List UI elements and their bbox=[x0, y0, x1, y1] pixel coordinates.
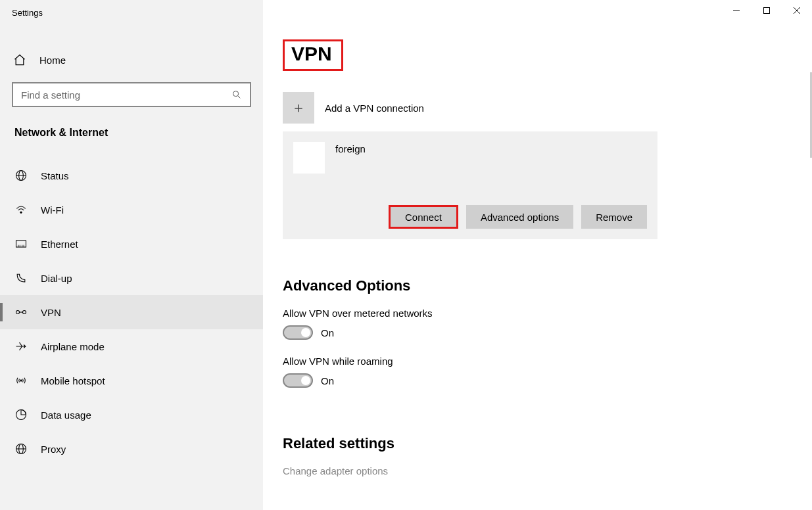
svg-point-18 bbox=[20, 380, 22, 382]
roaming-toggle[interactable] bbox=[283, 373, 313, 388]
svg-rect-10 bbox=[16, 241, 26, 247]
related-settings-header: Related settings bbox=[283, 435, 805, 452]
sidebar-item-label: Dial-up bbox=[41, 273, 72, 284]
ethernet-icon bbox=[14, 237, 28, 250]
svg-point-4 bbox=[233, 91, 239, 97]
globe-icon bbox=[14, 169, 28, 182]
airplane-icon bbox=[14, 340, 28, 353]
hotspot-icon bbox=[14, 374, 28, 387]
sidebar-section-header: Network & Internet bbox=[0, 115, 263, 145]
sidebar-item-ethernet[interactable]: Ethernet bbox=[0, 227, 263, 261]
proxy-icon bbox=[14, 442, 28, 455]
main-content: VPN ＋ Add a VPN connection foreign Conne… bbox=[263, 0, 812, 510]
sidebar-item-proxy[interactable]: Proxy bbox=[0, 432, 263, 466]
vpn-icon bbox=[14, 306, 28, 319]
change-adapter-link[interactable]: Change adapter options bbox=[283, 465, 805, 476]
page-title-highlight: VPN bbox=[283, 39, 343, 71]
wifi-icon bbox=[14, 203, 28, 216]
svg-point-9 bbox=[20, 212, 22, 214]
search-icon bbox=[230, 88, 243, 101]
svg-rect-1 bbox=[764, 8, 770, 14]
sidebar-item-status[interactable]: Status bbox=[0, 158, 263, 193]
data-usage-icon bbox=[14, 408, 28, 421]
sidebar: Settings Home Network & Internet Status bbox=[0, 0, 263, 510]
close-button[interactable] bbox=[782, 0, 812, 21]
metered-state: On bbox=[321, 327, 334, 338]
roaming-label: Allow VPN while roaming bbox=[283, 356, 805, 367]
roaming-state: On bbox=[321, 375, 334, 386]
svg-point-16 bbox=[23, 311, 26, 314]
advanced-options-header: Advanced Options bbox=[283, 277, 805, 294]
add-vpn-button[interactable]: ＋ Add a VPN connection bbox=[283, 92, 805, 124]
sidebar-item-label: Mobile hotspot bbox=[41, 375, 105, 386]
vpn-connection-name: foreign bbox=[335, 143, 366, 154]
plus-icon: ＋ bbox=[283, 92, 314, 124]
svg-line-5 bbox=[238, 96, 240, 98]
nav-home-label: Home bbox=[39, 55, 66, 66]
sidebar-item-label: Status bbox=[41, 170, 69, 181]
nav-home[interactable]: Home bbox=[0, 44, 263, 76]
search-input[interactable] bbox=[20, 89, 230, 101]
network-icon bbox=[293, 142, 325, 174]
sidebar-item-label: Data usage bbox=[41, 409, 91, 421]
search-box[interactable] bbox=[12, 82, 251, 107]
sidebar-item-airplane[interactable]: Airplane mode bbox=[0, 329, 263, 363]
sidebar-item-label: Wi-Fi bbox=[41, 204, 64, 216]
sidebar-item-wifi[interactable]: Wi-Fi bbox=[0, 193, 263, 227]
sidebar-item-datausage[interactable]: Data usage bbox=[0, 398, 263, 432]
minimize-button[interactable] bbox=[721, 0, 752, 21]
sidebar-item-hotspot[interactable]: Mobile hotspot bbox=[0, 363, 263, 398]
sidebar-item-vpn[interactable]: VPN bbox=[0, 295, 263, 329]
remove-button[interactable]: Remove bbox=[581, 205, 647, 229]
metered-label: Allow VPN over metered networks bbox=[283, 308, 805, 319]
metered-toggle[interactable] bbox=[283, 325, 313, 340]
advanced-options-button[interactable]: Advanced options bbox=[466, 205, 573, 229]
connect-button[interactable]: Connect bbox=[389, 205, 458, 229]
phone-icon bbox=[14, 271, 28, 285]
sidebar-item-label: Ethernet bbox=[41, 239, 78, 250]
page-title: VPN bbox=[291, 43, 332, 65]
sidebar-item-label: Airplane mode bbox=[41, 341, 105, 352]
app-title: Settings bbox=[0, 8, 263, 24]
home-icon bbox=[13, 53, 26, 66]
sidebar-item-label: Proxy bbox=[41, 444, 66, 455]
titlebar-controls bbox=[721, 0, 812, 21]
add-vpn-label: Add a VPN connection bbox=[325, 103, 424, 114]
sidebar-item-dialup[interactable]: Dial-up bbox=[0, 261, 263, 295]
sidebar-item-label: VPN bbox=[41, 307, 61, 318]
vpn-connection-card[interactable]: foreign Connect Advanced options Remove bbox=[283, 131, 657, 239]
svg-point-15 bbox=[16, 311, 20, 314]
maximize-button[interactable] bbox=[752, 0, 782, 21]
